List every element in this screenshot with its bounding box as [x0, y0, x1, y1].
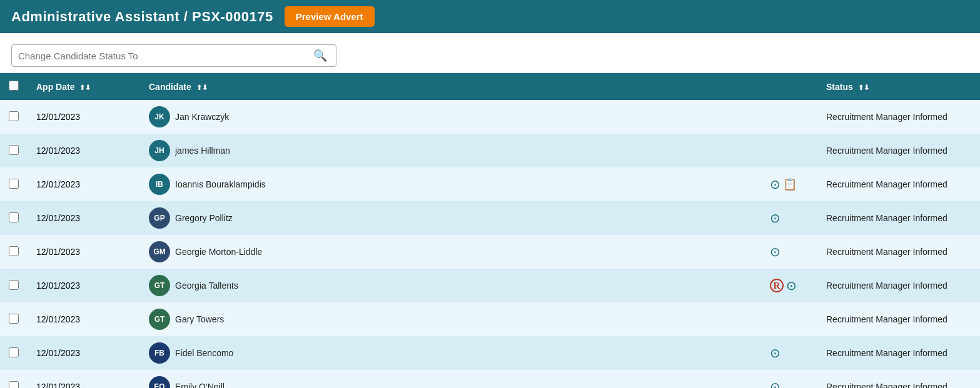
table-row: 12/01/2023FBFidel Bencomo⊙Recruitment Ma… [0, 336, 980, 370]
app-date-cell: 12/01/2023 [28, 167, 140, 201]
select-all-checkbox[interactable] [9, 81, 19, 91]
candidate-name: Fidel Bencomo [175, 348, 233, 358]
candidate-name: Georgia Tallents [175, 281, 238, 291]
icons-cell: ⊙ [761, 370, 817, 388]
row-checkbox[interactable] [9, 179, 19, 189]
app-date-cell: 12/01/2023 [28, 201, 140, 235]
row-checkbox[interactable] [9, 280, 19, 290]
sort-arrows-status: ⬆⬇ [858, 84, 869, 92]
candidate-name: Georgie Morton-Liddle [175, 247, 262, 257]
table-row: 12/01/2023JHjames HillmanRecruitment Man… [0, 134, 980, 167]
header: Administrative Assistant / PSX-000175 Pr… [0, 0, 980, 33]
candidate-name: james Hillman [175, 146, 230, 156]
table-row: 12/01/2023GPGregory Pollitz⊙Recruitment … [0, 201, 980, 235]
table-header-row: App Date ⬆⬇ Candidate ⬆⬇ Status ⬆⬇ [0, 73, 980, 100]
row-checkbox[interactable] [9, 314, 19, 324]
status-cell: Recruitment Manager Informed [817, 201, 980, 235]
app-date-cell: 12/01/2023 [28, 269, 140, 302]
status-cell: Recruitment Manager Informed [817, 336, 980, 370]
avatar: JH [149, 140, 170, 161]
table-row: 12/01/2023GTGary TowersRecruitment Manag… [0, 302, 980, 336]
document-icon[interactable]: 📋 [783, 177, 797, 191]
candidate-cell: EOEmily O'Neill [140, 370, 761, 388]
table-row: 12/01/2023IBIoannis Bouraklampidis⊙📋Recr… [0, 167, 980, 201]
table-body: 12/01/2023JKJan KrawczykRecruitment Mana… [0, 100, 980, 388]
header-icons [761, 73, 817, 100]
info-icon[interactable]: ⊙ [770, 346, 780, 361]
sort-arrows-date: ⬆⬇ [79, 84, 91, 92]
app-date-cell: 12/01/2023 [28, 302, 140, 336]
icons-cell: ⊙📋 [761, 167, 817, 201]
app-date-cell: 12/01/2023 [28, 100, 140, 134]
avatar: JK [149, 106, 170, 127]
icons-cell: ⊙ [761, 201, 817, 235]
app-date-cell: 12/01/2023 [28, 336, 140, 370]
row-checkbox[interactable] [9, 381, 19, 389]
icons-cell [761, 134, 817, 167]
app-date-cell: 12/01/2023 [28, 235, 140, 269]
status-cell: Recruitment Manager Informed [817, 100, 980, 134]
info-icon[interactable]: ⊙ [786, 278, 797, 293]
status-cell: Recruitment Manager Informed [817, 235, 980, 269]
table-row: 12/01/2023JKJan KrawczykRecruitment Mana… [0, 100, 980, 134]
r-icon[interactable]: R [770, 279, 784, 292]
status-cell: Recruitment Manager Informed [817, 269, 980, 302]
header-app-date[interactable]: App Date ⬆⬇ [28, 73, 140, 100]
search-input[interactable] [18, 51, 311, 61]
candidate-cell: GTGary Towers [140, 302, 761, 336]
candidate-name: Ioannis Bouraklampidis [175, 179, 266, 189]
status-cell: Recruitment Manager Informed [817, 370, 980, 388]
candidate-name: Emily O'Neill [175, 382, 225, 388]
avatar: GT [149, 309, 170, 330]
table-row: 12/01/2023GMGeorgie Morton-Liddle⊙Recrui… [0, 235, 980, 269]
candidate-cell: JKJan Krawczyk [140, 100, 761, 134]
header-candidate[interactable]: Candidate ⬆⬇ [140, 73, 761, 100]
header-check [0, 73, 28, 100]
candidate-cell: GPGregory Pollitz [140, 201, 761, 235]
candidates-table: App Date ⬆⬇ Candidate ⬆⬇ Status ⬆⬇ 12/01… [0, 73, 980, 388]
candidate-cell: GTGeorgia Tallents [140, 269, 761, 302]
info-icon[interactable]: ⊙ [770, 177, 780, 192]
app-date-cell: 12/01/2023 [28, 370, 140, 388]
candidate-name: Gary Towers [175, 314, 224, 324]
preview-advert-button[interactable]: Preview Advert [285, 6, 375, 27]
avatar: EO [149, 376, 170, 388]
row-checkbox[interactable] [9, 111, 19, 121]
table-row: 12/01/2023GTGeorgia TallentsR⊙Recruitmen… [0, 269, 980, 302]
candidate-cell: FBFidel Bencomo [140, 336, 761, 370]
icons-cell: ⊙ [761, 235, 817, 269]
status-cell: Recruitment Manager Informed [817, 134, 980, 167]
status-cell: Recruitment Manager Informed [817, 302, 980, 336]
icons-cell [761, 302, 817, 336]
avatar: GT [149, 275, 170, 296]
info-icon[interactable]: ⊙ [770, 379, 780, 388]
avatar: GM [149, 241, 170, 262]
candidate-cell: GMGeorgie Morton-Liddle [140, 235, 761, 269]
row-checkbox[interactable] [9, 347, 19, 357]
header-status[interactable]: Status ⬆⬇ [817, 73, 980, 100]
search-button[interactable]: 🔍 [311, 49, 330, 62]
candidate-cell: JHjames Hillman [140, 134, 761, 167]
candidate-name: Gregory Pollitz [175, 213, 233, 223]
app-date-cell: 12/01/2023 [28, 134, 140, 167]
sort-arrows-candidate: ⬆⬇ [196, 84, 208, 92]
candidate-cell: IBIoannis Bouraklampidis [140, 167, 761, 201]
row-checkbox[interactable] [9, 145, 19, 155]
avatar: FB [149, 342, 170, 364]
row-checkbox[interactable] [9, 246, 19, 256]
avatar: IB [149, 174, 170, 195]
table-row: 12/01/2023EOEmily O'Neill⊙Recruitment Ma… [0, 370, 980, 388]
avatar: GP [149, 207, 170, 229]
search-box: 🔍 [11, 44, 336, 67]
candidate-name: Jan Krawczyk [175, 112, 229, 122]
icons-cell [761, 100, 817, 134]
table-wrap: App Date ⬆⬇ Candidate ⬆⬇ Status ⬆⬇ 12/01… [0, 73, 980, 388]
search-area: 🔍 [0, 33, 980, 73]
icons-cell: R⊙ [761, 269, 817, 302]
icons-cell: ⊙ [761, 336, 817, 370]
row-checkbox[interactable] [9, 212, 19, 222]
info-icon[interactable]: ⊙ [770, 244, 780, 259]
info-icon[interactable]: ⊙ [770, 211, 780, 226]
status-cell: Recruitment Manager Informed [817, 167, 980, 201]
page-title: Administrative Assistant / PSX-000175 [11, 9, 273, 25]
